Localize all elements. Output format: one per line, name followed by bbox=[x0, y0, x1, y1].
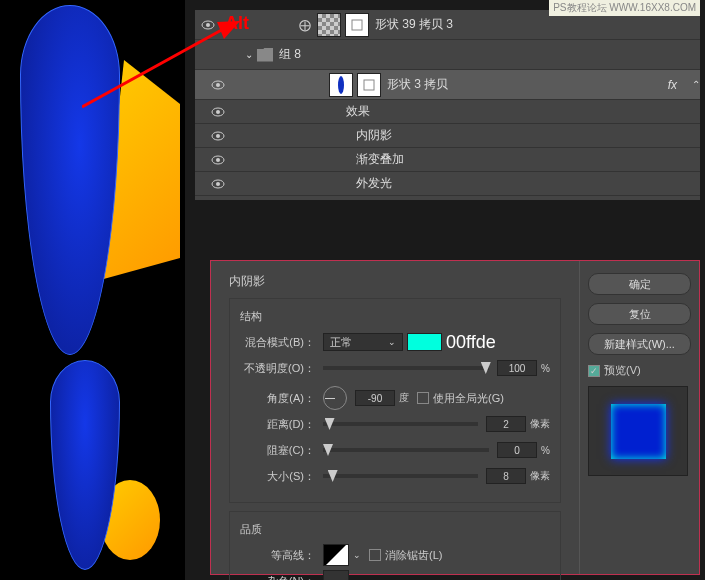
watermark: PS教程论坛 WWW.16XX8.COM bbox=[549, 0, 700, 16]
percent-unit: % bbox=[541, 445, 550, 456]
link-icon: ⨁ bbox=[299, 18, 311, 32]
size-input[interactable] bbox=[486, 468, 526, 484]
px-unit: 像素 bbox=[530, 469, 550, 483]
distance-input[interactable] bbox=[486, 416, 526, 432]
cancel-button[interactable]: 复位 bbox=[588, 303, 691, 325]
new-style-button[interactable]: 新建样式(W)... bbox=[588, 333, 691, 355]
visibility-toggle-icon[interactable] bbox=[210, 176, 226, 192]
svg-rect-4 bbox=[352, 20, 362, 30]
preview-checkbox[interactable]: ✓ bbox=[588, 365, 600, 377]
distance-slider[interactable] bbox=[323, 422, 478, 426]
svg-point-11 bbox=[216, 134, 220, 138]
dialog-title: 内阴影 bbox=[229, 273, 561, 290]
layer-effects-header[interactable]: 效果 bbox=[195, 100, 700, 124]
layer-effect-gradient[interactable]: 渐变叠加 bbox=[195, 148, 700, 172]
preview-square bbox=[611, 404, 666, 459]
antialias-checkbox[interactable] bbox=[369, 549, 381, 561]
angle-input[interactable] bbox=[355, 390, 395, 406]
chevron-down-icon: ⌄ bbox=[388, 337, 396, 347]
noise-label: 杂色(N)： bbox=[240, 574, 315, 581]
layer-mask-thumbnail bbox=[345, 13, 369, 37]
layer-name: 形状 3 拷贝 bbox=[387, 76, 448, 93]
folder-icon bbox=[257, 48, 273, 62]
ok-button[interactable]: 确定 bbox=[588, 273, 691, 295]
visibility-toggle-icon[interactable] bbox=[210, 128, 226, 144]
chevron-down-icon[interactable]: ⌄ bbox=[353, 576, 361, 580]
structure-label: 结构 bbox=[240, 309, 550, 324]
effect-name: 内阴影 bbox=[356, 127, 392, 144]
layer-effect-outerglow[interactable]: 外发光 bbox=[195, 172, 700, 196]
fx-indicator[interactable]: fx bbox=[668, 78, 677, 92]
preview-label: 预览(V) bbox=[604, 363, 641, 378]
opacity-label: 不透明度(O)： bbox=[240, 361, 315, 376]
px-unit: 像素 bbox=[530, 417, 550, 431]
shadow-color-swatch[interactable] bbox=[407, 333, 442, 351]
antialias-label: 消除锯齿(L) bbox=[385, 548, 442, 563]
layer-mask-thumbnail bbox=[357, 73, 381, 97]
blend-mode-select[interactable]: 正常 ⌄ bbox=[323, 333, 403, 351]
effects-label: 效果 bbox=[346, 103, 370, 120]
svg-point-15 bbox=[216, 182, 220, 186]
layer-row-shape3[interactable]: 形状 3 拷贝 fx ⌃ bbox=[195, 70, 700, 100]
blend-mode-value: 正常 bbox=[330, 335, 352, 350]
angle-unit: 度 bbox=[399, 391, 409, 405]
chevron-down-icon[interactable]: ⌄ bbox=[353, 550, 361, 560]
effect-name: 外发光 bbox=[356, 175, 392, 192]
layers-panel: ⨁ 形状 39 拷贝 3 ⌄ 组 8 形状 3 拷贝 fx ⌃ 效果 内阴影 渐… bbox=[195, 10, 700, 200]
quality-label: 品质 bbox=[240, 522, 550, 537]
opacity-slider[interactable] bbox=[323, 366, 489, 370]
blend-mode-label: 混合模式(B)： bbox=[240, 335, 315, 350]
layer-thumbnail bbox=[329, 73, 353, 97]
svg-line-0 bbox=[82, 27, 227, 107]
swatch-hex-label: 00ffde bbox=[446, 332, 496, 353]
preview-box bbox=[588, 386, 688, 476]
angle-dial[interactable] bbox=[323, 386, 347, 410]
size-label: 大小(S)： bbox=[240, 469, 315, 484]
layer-row-group[interactable]: ⌄ 组 8 bbox=[195, 40, 700, 70]
effect-name: 渐变叠加 bbox=[356, 151, 404, 168]
layer-thumbnail bbox=[317, 13, 341, 37]
svg-point-13 bbox=[216, 158, 220, 162]
opacity-input[interactable] bbox=[497, 360, 537, 376]
visibility-toggle-icon[interactable] bbox=[210, 152, 226, 168]
choke-label: 阻塞(C)： bbox=[240, 443, 315, 458]
contour-picker[interactable] bbox=[323, 544, 349, 566]
percent-unit: % bbox=[541, 363, 550, 374]
distance-label: 距离(D)： bbox=[240, 417, 315, 432]
contour-label: 等高线： bbox=[240, 548, 315, 563]
global-light-label: 使用全局光(G) bbox=[433, 391, 504, 406]
layer-effect-innershadow[interactable]: 内阴影 bbox=[195, 124, 700, 148]
annotation-alt-text: Alt bbox=[225, 13, 249, 34]
choke-input[interactable] bbox=[497, 442, 537, 458]
chevron-up-icon[interactable]: ⌃ bbox=[692, 79, 700, 90]
choke-slider[interactable] bbox=[323, 448, 489, 452]
global-light-checkbox[interactable] bbox=[417, 392, 429, 404]
layer-style-dialog: 内阴影 结构 混合模式(B)： 正常 ⌄ 00ffde 不透明度(O)： % 角… bbox=[210, 260, 700, 575]
size-slider[interactable] bbox=[323, 474, 478, 478]
layer-name: 形状 39 拷贝 3 bbox=[375, 16, 453, 33]
angle-label: 角度(A)： bbox=[240, 391, 315, 406]
svg-rect-7 bbox=[364, 80, 374, 90]
group-name: 组 8 bbox=[279, 46, 301, 63]
noise-thumb bbox=[323, 570, 349, 580]
